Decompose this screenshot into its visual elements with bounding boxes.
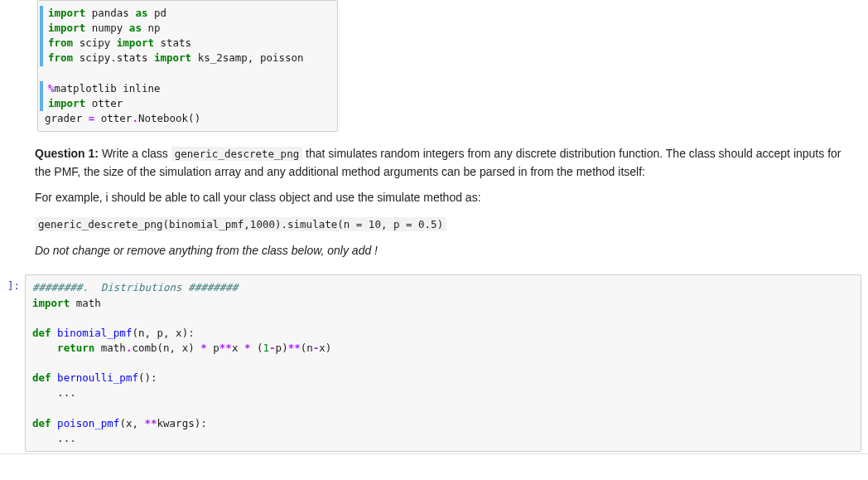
code-cell-1-row: import pandas as pd import numpy as np f… xyxy=(0,0,868,132)
code-block-1: import pandas as pd import numpy as np f… xyxy=(45,6,330,126)
question-paragraph-3: Do not change or remove anything from th… xyxy=(35,242,858,260)
notebook-root: import pandas as pd import numpy as np f… xyxy=(0,0,868,454)
code-cell-2[interactable]: ########. Distributions ######## import … xyxy=(25,274,861,451)
divider xyxy=(0,453,868,454)
code-cell-1[interactable]: import pandas as pd import numpy as np f… xyxy=(37,0,338,132)
cell-prompt-2: ]: xyxy=(0,274,25,451)
question-paragraph-2: For example, i should be able to call yo… xyxy=(35,189,858,207)
question-paragraph-1: Question 1: Write a class generic_descre… xyxy=(35,145,858,181)
code-cell-2-row: ]: ########. Distributions ######## impo… xyxy=(0,274,868,451)
question-example-code: generic_descrete_png(binomial_pmf,1000).… xyxy=(35,216,858,234)
code-block-2: ########. Distributions ######## import … xyxy=(32,280,854,445)
inline-code-example: generic_descrete_png(binomial_pmf,1000).… xyxy=(35,217,446,231)
prompt-empty-md xyxy=(0,138,25,274)
prompt-empty-1 xyxy=(0,0,25,132)
markdown-cell: Question 1: Write a class generic_descre… xyxy=(25,138,868,274)
inline-code-classname: generic_descrete_png xyxy=(171,147,303,161)
markdown-cell-row: Question 1: Write a class generic_descre… xyxy=(0,138,868,274)
question-label: Question 1: xyxy=(35,147,99,160)
